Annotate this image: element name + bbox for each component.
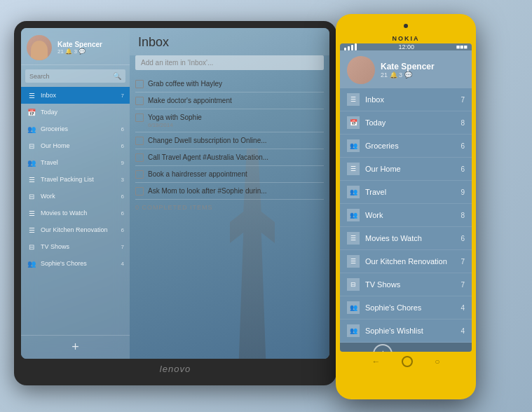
task-checkbox[interactable]: [135, 114, 144, 122]
add-item-bar[interactable]: Add an item in 'Inbox'...: [135, 55, 324, 70]
inbox-title: Inbox: [138, 35, 321, 50]
phone-nav-count: 6: [461, 165, 465, 173]
sidebar-count-chores: 4: [121, 261, 124, 267]
sidebar-item-kitchen[interactable]: ☰ Our Kitchen Renovation 6: [21, 221, 130, 238]
phone-nav-item[interactable]: 👥 Groceries 6: [340, 135, 472, 158]
search-bar[interactable]: 🔍: [25, 69, 125, 83]
phone-nav-item[interactable]: ☰ Our Kitchen Renovation 7: [340, 250, 472, 273]
phone-nav-count: 7: [461, 258, 465, 266]
sidebar-icon-groceries: 👥: [27, 124, 36, 134]
phone-nav-item[interactable]: 👥 Sophie's Chores 4: [340, 296, 472, 320]
phone-nav-label: Our Home: [365, 165, 455, 173]
sidebar-item-work[interactable]: ⊟ Work 6: [21, 188, 130, 205]
task-text: Grab coffee with Hayley: [148, 79, 222, 88]
search-button[interactable]: ○: [435, 357, 439, 366]
sidebar-label-travel: Travel: [41, 159, 117, 166]
sidebar-label-tv: TV Shows: [41, 243, 117, 250]
phone-nav-item[interactable]: 👥 Travel 9: [340, 181, 472, 204]
task-item: Grab coffee with Hayley: [135, 76, 324, 92]
sidebar-count-kitchen: 6: [121, 227, 124, 233]
sidebar-icon-inbox: ☰: [27, 90, 36, 100]
phone-nav-icon: 👥: [347, 324, 360, 337]
phone-app: Kate Spencer 21 🔔 3 💬 ☰ Inbox 7 📅 Today …: [340, 50, 472, 352]
sidebar-item-travel-packing[interactable]: ☰ Travel Packing List 3: [21, 171, 130, 188]
task-text: Book a hairdresser appointment: [148, 170, 247, 179]
sidebar-count-tv: 7: [121, 244, 124, 250]
phone-nav-item[interactable]: 👥 Sophie's Wishlist 4: [340, 320, 472, 343]
sidebar-item-groceries[interactable]: 👥 Groceries 6: [21, 121, 130, 137]
camera-icon: [404, 24, 408, 28]
tablet-app: Kate Spencer 21 🔔 3 💬 🔍: [21, 28, 329, 359]
phone-add-button[interactable]: +: [373, 344, 393, 352]
task-item: Yoga with Sophie 6/19/2014: [135, 109, 324, 132]
task-list: Grab coffee with Hayley Make doctor's ap…: [130, 76, 329, 359]
sidebar-item-today[interactable]: 📅 Today: [21, 104, 130, 121]
sidebar-item-chores[interactable]: 👥 Sophie's Chores 4: [21, 255, 130, 272]
task-checkbox[interactable]: [135, 170, 144, 179]
sidebar-icon-movies: ☰: [27, 208, 36, 218]
phone-nav-label: Travel: [365, 188, 455, 196]
task-checkbox[interactable]: [135, 137, 144, 145]
phone-msg-icon: 💬: [404, 71, 412, 78]
battery-icon: ■■■: [456, 43, 468, 50]
phone-nav-item[interactable]: ☰ Movies to Watch 6: [340, 227, 472, 250]
phone-nav-item[interactable]: 📅 Today 8: [340, 111, 472, 135]
sidebar-count-work: 6: [121, 193, 124, 200]
phone-nav-icon: ☰: [347, 232, 360, 245]
user-stats: 21 🔔 3 💬: [57, 48, 124, 55]
task-checkbox[interactable]: [135, 97, 144, 105]
phone-bottom-bar: + ···: [340, 343, 472, 352]
sidebar-icon-travel: 👥: [27, 158, 36, 167]
phone-nav-label: Movies to Watch: [365, 234, 455, 242]
sidebar-icon-travel-packing: ☰: [27, 174, 36, 184]
task-text-wrapper: Make doctor's appointment: [148, 96, 232, 105]
sidebar-count-travel: 9: [121, 160, 124, 166]
sidebar-header: Kate Spencer 21 🔔 3 💬: [21, 28, 130, 65]
add-list-button[interactable]: +: [71, 340, 79, 355]
phone-nav-item[interactable]: ☰ Our Home 6: [340, 158, 472, 181]
tablet-screen: Kate Spencer 21 🔔 3 💬 🔍: [21, 28, 329, 359]
phone-notif-count: 21: [381, 71, 388, 78]
task-checkbox[interactable]: [135, 187, 144, 195]
sidebar-icon-work: ⊟: [27, 191, 36, 201]
sidebar-label-inbox: Inbox: [41, 92, 117, 99]
phone-nav-item[interactable]: ☰ Inbox 7: [340, 88, 472, 111]
phone-nav-count: 4: [461, 327, 465, 335]
signal-bar-4: [355, 43, 357, 50]
avatar-face: [31, 41, 48, 60]
sidebar-item-movies[interactable]: ☰ Movies to Watch 6: [21, 205, 130, 221]
sidebar-count-our-home: 6: [121, 143, 124, 149]
task-checkbox[interactable]: [135, 153, 144, 162]
sidebar-icon-tv: ⊟: [27, 242, 36, 252]
search-icon: 🔍: [113, 72, 121, 80]
signal-icon: [344, 43, 357, 50]
task-text: Call Travel Agent #Australia Vacation...: [148, 153, 268, 162]
phone-nav-icon: 📅: [347, 116, 360, 129]
sidebar-item-inbox[interactable]: ☰ Inbox 7: [21, 87, 130, 104]
tablet-brand-label: lenovo: [160, 364, 191, 374]
sidebar-item-tv[interactable]: ⊟ TV Shows 7: [21, 238, 130, 255]
phone-nav-count: 4: [461, 304, 465, 312]
task-checkbox[interactable]: [135, 80, 144, 88]
back-button[interactable]: ←: [371, 357, 380, 366]
sidebar-item-travel[interactable]: 👥 Travel 9: [21, 154, 130, 171]
sidebar-icon-chores: 👥: [27, 259, 36, 268]
phone-nav-item[interactable]: 👥 Work 8: [340, 204, 472, 227]
phone-nav-item[interactable]: ⊟ TV Shows 7: [340, 273, 472, 296]
home-button[interactable]: [402, 356, 413, 367]
phone-nav-icon: ⊟: [347, 278, 360, 291]
sidebar-label-kitchen: Our Kitchen Renovation: [41, 226, 117, 233]
task-item: Call Travel Agent #Australia Vacation...: [135, 149, 324, 166]
phone-nav-icon: 👥: [347, 301, 360, 314]
user-info: Kate Spencer 21 🔔 3 💬: [57, 41, 124, 55]
sidebar-icon-our-home: ⊟: [27, 141, 36, 151]
phone-nav-icon: 👥: [347, 139, 360, 152]
search-input[interactable]: [29, 73, 110, 80]
message-icon: 💬: [79, 48, 86, 55]
phone-nav-label: Inbox: [365, 95, 455, 104]
phone-nav-label: Today: [365, 118, 455, 127]
phone-nav-count: 8: [461, 212, 465, 219]
sidebar-item-our-home[interactable]: ⊟ Our Home 6: [21, 137, 130, 154]
task-text-wrapper: Grab coffee with Hayley: [148, 79, 222, 88]
phone-avatar: [347, 56, 375, 84]
